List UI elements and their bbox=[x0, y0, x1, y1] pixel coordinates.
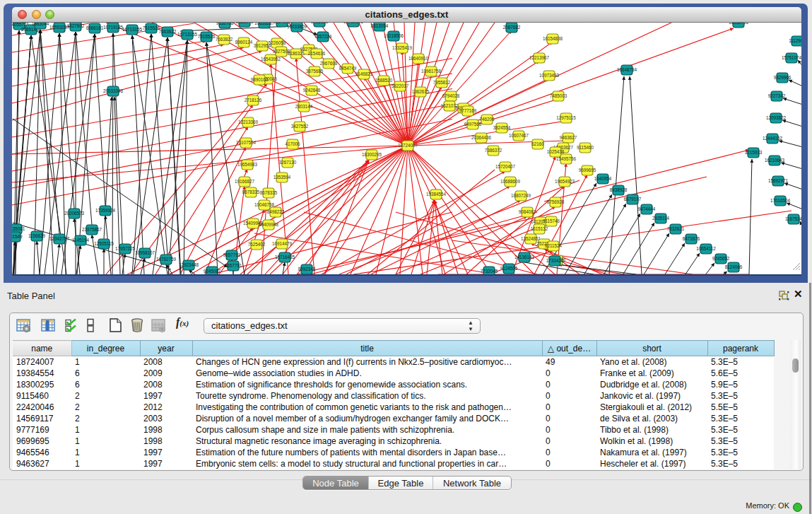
svg-text:1615132: 1615132 bbox=[531, 226, 548, 231]
svg-text:7515526: 7515526 bbox=[143, 25, 160, 30]
svg-text:746206: 746206 bbox=[479, 117, 495, 122]
svg-text:15692971: 15692971 bbox=[768, 178, 789, 183]
svg-text:2935114: 2935114 bbox=[652, 216, 670, 221]
svg-text:7732045: 7732045 bbox=[481, 269, 498, 274]
svg-text:1588520: 1588520 bbox=[375, 78, 393, 83]
svg-text:14136141: 14136141 bbox=[514, 255, 535, 259]
svg-text:7625402: 7625402 bbox=[248, 242, 266, 247]
svg-text:6879197: 6879197 bbox=[624, 197, 642, 201]
svg-text:8498222: 8498222 bbox=[267, 209, 285, 214]
svg-text:7663822: 7663822 bbox=[159, 29, 177, 34]
svg-text:1025438: 1025438 bbox=[547, 149, 565, 154]
svg-text:12923448: 12923448 bbox=[179, 262, 199, 267]
svg-text:12213967: 12213967 bbox=[529, 55, 550, 60]
svg-text:7663822: 7663822 bbox=[216, 37, 233, 42]
svg-text:7632621: 7632621 bbox=[667, 226, 685, 231]
svg-text:15716485: 15716485 bbox=[275, 255, 295, 259]
svg-text:15751074: 15751074 bbox=[782, 55, 801, 60]
svg-text:9657791: 9657791 bbox=[225, 263, 242, 268]
svg-text:9084067: 9084067 bbox=[519, 209, 536, 214]
svg-text:10973493: 10973493 bbox=[539, 73, 560, 78]
svg-text:9115746: 9115746 bbox=[543, 218, 560, 223]
svg-text:10046758: 10046758 bbox=[254, 202, 275, 207]
svg-text:9124505: 9124505 bbox=[500, 266, 518, 271]
svg-text:8124066: 8124066 bbox=[725, 264, 743, 269]
svg-text:8678335: 8678335 bbox=[242, 189, 260, 194]
svg-text:16135706: 16135706 bbox=[729, 23, 749, 25]
svg-text:3427552: 3427552 bbox=[291, 124, 309, 129]
svg-text:20364436: 20364436 bbox=[471, 135, 492, 140]
svg-text:16154838: 16154838 bbox=[543, 36, 563, 41]
svg-text:3215933: 3215933 bbox=[745, 150, 763, 155]
svg-text:9474444: 9474444 bbox=[638, 206, 656, 211]
svg-text:6497568: 6497568 bbox=[464, 122, 482, 127]
svg-text:9227342: 9227342 bbox=[768, 93, 786, 98]
svg-text:18807249: 18807249 bbox=[511, 193, 531, 198]
svg-text:62160: 62160 bbox=[531, 141, 544, 146]
svg-text:2803144: 2803144 bbox=[295, 104, 313, 109]
svg-text:9115460: 9115460 bbox=[577, 145, 594, 150]
svg-text:8454749: 8454749 bbox=[339, 66, 357, 71]
svg-text:1156829: 1156829 bbox=[28, 233, 46, 238]
svg-text:1353594: 1353594 bbox=[273, 175, 291, 180]
svg-text:17016504: 17016504 bbox=[770, 198, 791, 203]
svg-text:8813054: 8813054 bbox=[371, 23, 389, 28]
svg-text:16033809: 16033809 bbox=[287, 24, 307, 29]
svg-text:12342757: 12342757 bbox=[49, 236, 70, 241]
svg-text:12213369: 12213369 bbox=[238, 119, 259, 124]
svg-text:8186323: 8186323 bbox=[288, 51, 305, 56]
svg-text:1362615: 1362615 bbox=[412, 89, 430, 94]
svg-text:1883044: 1883044 bbox=[32, 23, 49, 26]
svg-text:7435061: 7435061 bbox=[12, 226, 25, 231]
svg-text:10958107: 10958107 bbox=[135, 250, 155, 255]
svg-text:1733426: 1733426 bbox=[546, 258, 564, 263]
svg-text:15495756: 15495756 bbox=[556, 156, 577, 161]
svg-text:12093822: 12093822 bbox=[766, 115, 787, 120]
svg-text:7515526: 7515526 bbox=[198, 34, 216, 39]
svg-text:391549: 391549 bbox=[12, 234, 23, 239]
svg-text:16914479: 16914479 bbox=[272, 241, 293, 246]
svg-text:9463627: 9463627 bbox=[560, 135, 577, 140]
svg-text:9245652: 9245652 bbox=[712, 256, 730, 261]
svg-text:18724007: 18724007 bbox=[398, 143, 418, 148]
svg-text:9152708: 9152708 bbox=[216, 23, 234, 25]
svg-text:7386372: 7386372 bbox=[485, 148, 502, 153]
svg-text:10719185: 10719185 bbox=[103, 25, 124, 30]
svg-text:3875685: 3875685 bbox=[306, 69, 324, 74]
svg-text:3824554: 3824554 bbox=[493, 125, 511, 130]
svg-text:18640910: 18640910 bbox=[408, 56, 429, 61]
svg-text:15720407: 15720407 bbox=[495, 164, 516, 169]
svg-text:10688609: 10688609 bbox=[500, 179, 521, 184]
svg-text:9146821: 9146821 bbox=[355, 71, 373, 76]
svg-text:9329966: 9329966 bbox=[774, 75, 792, 80]
svg-text:6966161: 6966161 bbox=[311, 23, 329, 24]
svg-text:10607467: 10607467 bbox=[509, 133, 529, 138]
svg-text:8756928: 8756928 bbox=[547, 199, 565, 204]
svg-text:13524851: 13524851 bbox=[521, 236, 541, 241]
svg-text:1167534: 1167534 bbox=[785, 216, 801, 221]
svg-text:10653287: 10653287 bbox=[254, 23, 275, 25]
svg-text:10719145: 10719145 bbox=[343, 23, 364, 24]
svg-text:17957225: 17957225 bbox=[115, 246, 136, 251]
svg-text:16107554: 16107554 bbox=[236, 140, 257, 145]
svg-text:8126041: 8126041 bbox=[236, 23, 254, 24]
svg-text:8092348: 8092348 bbox=[298, 267, 316, 271]
svg-text:2718126: 2718126 bbox=[245, 98, 262, 103]
svg-text:23975867: 23975867 bbox=[82, 227, 102, 232]
svg-text:7955812: 7955812 bbox=[433, 80, 451, 85]
svg-text:1327602: 1327602 bbox=[67, 23, 85, 28]
svg-text:2154636: 2154636 bbox=[308, 51, 326, 56]
svg-text:6966161: 6966161 bbox=[86, 25, 104, 30]
svg-text:16713155: 16713155 bbox=[122, 27, 143, 32]
svg-text:9890163: 9890163 bbox=[251, 77, 269, 82]
svg-text:2967608: 2967608 bbox=[320, 61, 338, 66]
svg-text:3267130: 3267130 bbox=[279, 160, 297, 165]
svg-text:20533346: 20533346 bbox=[103, 88, 124, 93]
svg-text:8960124: 8960124 bbox=[235, 40, 253, 45]
svg-text:19654983: 19654983 bbox=[237, 162, 258, 167]
svg-text:19654923: 19654923 bbox=[555, 179, 575, 184]
svg-text:8471676: 8471676 bbox=[683, 236, 700, 241]
svg-text:10961758: 10961758 bbox=[421, 69, 442, 74]
svg-text:9242848: 9242848 bbox=[303, 88, 321, 93]
svg-text:12975115: 12975115 bbox=[556, 115, 576, 120]
